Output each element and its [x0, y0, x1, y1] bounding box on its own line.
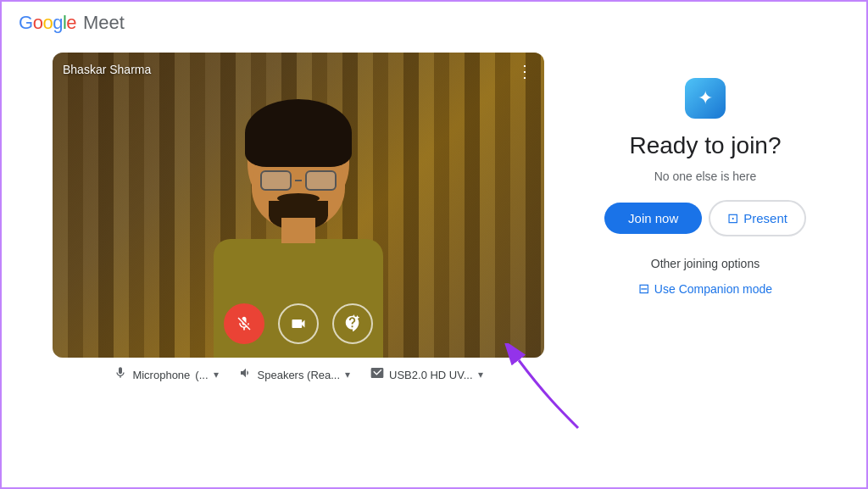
companion-icon: ⊟: [638, 281, 649, 297]
camera-chevron-icon: ▾: [478, 369, 483, 381]
present-label: Present: [743, 211, 787, 225]
main-content: Bhaskar Sharma ⋮: [2, 44, 866, 392]
glass-right: [305, 170, 337, 191]
right-panel: ✦ Ready to join? No one else is here Joi…: [578, 53, 832, 297]
microphone-ellipsis: (...: [195, 369, 208, 381]
video-menu-button[interactable]: ⋮: [516, 61, 534, 81]
participant-name: Bhaskar Sharma: [63, 63, 151, 76]
effects-button[interactable]: [332, 303, 373, 344]
companion-mode-label: Use Companion mode: [654, 282, 772, 296]
meet-sparkle-icon: ✦: [685, 78, 726, 119]
header: Google Meet: [2, 2, 866, 44]
present-button[interactable]: ⊡ Present: [709, 200, 806, 236]
mic-chevron-icon: ▾: [214, 369, 219, 381]
join-buttons-group: Join now ⊡ Present: [604, 200, 806, 236]
neck: [281, 218, 315, 243]
speakers-label: Speakers (Rea...: [258, 369, 341, 381]
other-joining-options-label: Other joining options: [651, 257, 760, 270]
ready-to-join-title: Ready to join?: [629, 132, 781, 159]
speakers-chevron-icon: ▾: [345, 369, 350, 381]
meet-logo-text: Meet: [83, 12, 125, 34]
mic-icon: [114, 366, 127, 383]
video-section: Bhaskar Sharma ⋮: [53, 53, 544, 383]
microphone-selector[interactable]: Microphone (... ▾: [114, 366, 218, 383]
camera-device-icon: [370, 366, 384, 383]
mute-button[interactable]: [224, 303, 264, 344]
hair: [245, 99, 352, 167]
glasses: [260, 169, 337, 191]
camera-label: USB2.0 HD UV...: [389, 369, 473, 381]
glass-bridge: [295, 180, 302, 181]
present-icon: ⊡: [727, 210, 738, 226]
camera-selector[interactable]: USB2.0 HD UV... ▾: [370, 366, 483, 383]
join-now-button[interactable]: Join now: [604, 203, 702, 234]
video-controls: [224, 303, 373, 344]
speaker-icon: [239, 366, 253, 383]
companion-mode-link[interactable]: ⊟ Use Companion mode: [638, 281, 772, 297]
device-controls: Microphone (... ▾ Speakers (Rea... ▾: [110, 366, 486, 383]
no-one-text: No one else is here: [654, 169, 757, 183]
camera-button[interactable]: [278, 303, 319, 344]
google-logo: Google: [19, 12, 76, 34]
microphone-label: Microphone: [132, 369, 190, 381]
glass-left: [260, 170, 292, 191]
video-preview: Bhaskar Sharma ⋮: [53, 53, 544, 358]
speakers-selector[interactable]: Speakers (Rea... ▾: [239, 366, 351, 383]
